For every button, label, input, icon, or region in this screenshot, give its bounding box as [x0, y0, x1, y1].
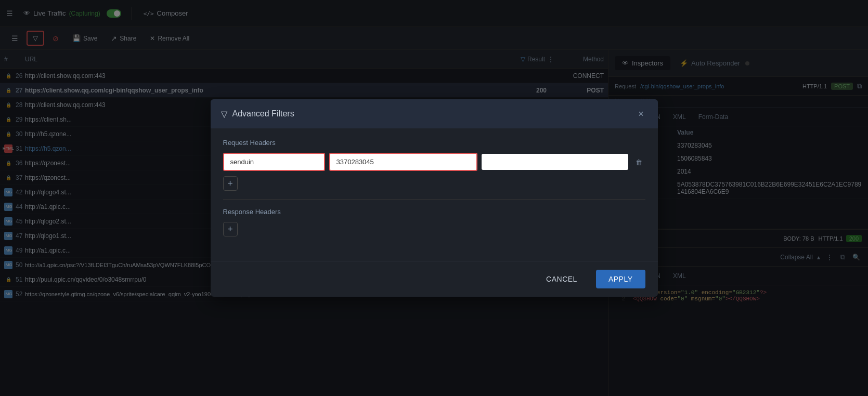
modal-title: Advanced Filters [232, 109, 294, 118]
modal-close-button[interactable]: × [635, 108, 647, 120]
add-request-filter-button[interactable]: + [223, 176, 238, 191]
filter-key-input[interactable] [223, 153, 325, 171]
filter-value-input[interactable] [329, 153, 478, 171]
modal-overlay[interactable]: ▽ Advanced Filters × Request Headers + R… [0, 0, 868, 396]
filter-extra-input[interactable] [482, 154, 628, 170]
filter-row-1 [223, 153, 645, 171]
advanced-filters-modal: ▽ Advanced Filters × Request Headers + R… [211, 99, 658, 297]
apply-button[interactable]: APPLY [596, 270, 645, 288]
response-headers-section-label: Response Headers [223, 208, 645, 216]
delete-filter-button[interactable] [632, 154, 645, 170]
section-divider [223, 199, 645, 200]
modal-header: ▽ Advanced Filters × [211, 99, 658, 128]
trash-icon [636, 157, 642, 166]
cancel-button[interactable]: CANCEL [534, 270, 590, 288]
modal-footer: CANCEL APPLY [211, 261, 658, 297]
modal-body: Request Headers + Response Headers + [211, 128, 658, 261]
add-response-filter-button[interactable]: + [223, 222, 238, 236]
request-headers-section-label: Request Headers [223, 139, 645, 147]
modal-filter-icon: ▽ [221, 109, 227, 119]
